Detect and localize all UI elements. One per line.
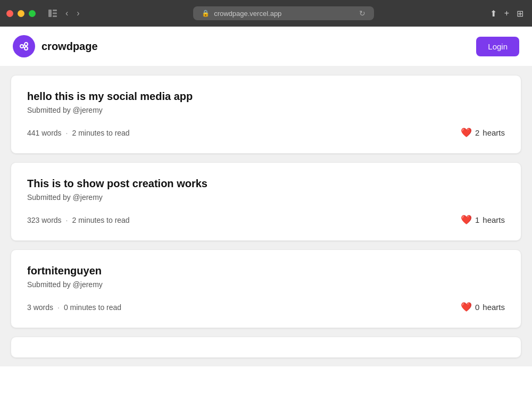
browser-navigation: ‹ › bbox=[42, 6, 86, 20]
post-hearts[interactable]: ❤️ 0 hearts bbox=[461, 302, 505, 313]
post-footer: 441 words · 2 minutes to read ❤️ 2 heart… bbox=[27, 127, 505, 138]
share-icon[interactable]: ⬆ bbox=[490, 9, 497, 19]
post-footer: 323 words · 2 minutes to read ❤️ 1 heart… bbox=[27, 214, 505, 225]
post-title: This is to show post creation works bbox=[27, 178, 505, 190]
address-bar[interactable]: 🔒 crowdpage.vercel.app ↻ bbox=[193, 6, 374, 20]
meta-separator: · bbox=[57, 303, 60, 312]
meta-separator: · bbox=[66, 129, 68, 137]
svg-rect-2 bbox=[53, 13, 57, 14]
minimize-window-button[interactable] bbox=[18, 10, 24, 17]
close-window-button[interactable] bbox=[6, 10, 13, 17]
svg-point-6 bbox=[24, 47, 28, 50]
post-hearts[interactable]: ❤️ 2 hearts bbox=[461, 127, 505, 138]
hearts-label: hearts bbox=[483, 128, 505, 137]
app-container: crowdpage Login hello this is my social … bbox=[0, 27, 532, 410]
word-count: 441 words bbox=[27, 129, 62, 137]
word-count: 323 words bbox=[27, 216, 62, 224]
read-time: 2 minutes to read bbox=[72, 129, 129, 137]
svg-point-5 bbox=[24, 43, 28, 46]
post-meta: 3 words · 0 minutes to read bbox=[27, 303, 121, 312]
post-title: fortnitenguyen bbox=[27, 265, 505, 277]
reload-icon[interactable]: ↻ bbox=[359, 9, 365, 18]
post-card[interactable]: hello this is my social media app Submit… bbox=[11, 75, 521, 154]
browser-actions: ⬆ + ⊞ bbox=[481, 9, 532, 19]
heart-icon: ❤️ bbox=[461, 214, 472, 225]
hearts-count: 2 bbox=[475, 128, 479, 137]
svg-point-4 bbox=[20, 45, 23, 48]
browser-chrome: ‹ › 🔒 crowdpage.vercel.app ↻ ⬆ + ⊞ bbox=[0, 0, 532, 27]
lock-icon: 🔒 bbox=[202, 10, 210, 17]
hearts-count: 1 bbox=[475, 215, 479, 224]
post-meta: 323 words · 2 minutes to read bbox=[27, 216, 130, 224]
read-time: 0 minutes to read bbox=[64, 303, 121, 312]
sidebar-toggle-button[interactable] bbox=[46, 7, 59, 19]
read-time: 2 minutes to read bbox=[72, 216, 129, 224]
window-controls bbox=[0, 10, 42, 17]
back-button[interactable]: ‹ bbox=[63, 6, 70, 20]
header-left: crowdpage bbox=[13, 35, 98, 57]
svg-rect-3 bbox=[53, 15, 57, 17]
url-text: crowdpage.vercel.app bbox=[214, 10, 281, 18]
hearts-label: hearts bbox=[483, 303, 505, 312]
header: crowdpage Login bbox=[0, 27, 532, 66]
new-tab-icon[interactable]: + bbox=[504, 9, 509, 18]
word-count: 3 words bbox=[27, 303, 53, 312]
post-hearts[interactable]: ❤️ 1 hearts bbox=[461, 214, 505, 225]
maximize-window-button[interactable] bbox=[29, 10, 36, 17]
post-author: Submitted by @jeremy bbox=[27, 280, 505, 289]
meta-separator: · bbox=[66, 216, 68, 224]
post-card[interactable]: This is to show post creation works Subm… bbox=[11, 162, 521, 241]
login-button[interactable]: Login bbox=[476, 37, 519, 56]
post-card[interactable]: fortnitenguyen Submitted by @jeremy 3 wo… bbox=[11, 249, 521, 328]
address-bar-container: 🔒 crowdpage.vercel.app ↻ bbox=[86, 6, 481, 20]
hearts-label: hearts bbox=[483, 215, 505, 224]
logo-icon bbox=[13, 35, 35, 57]
post-card[interactable] bbox=[11, 337, 521, 358]
post-author: Submitted by @jeremy bbox=[27, 193, 505, 202]
post-footer: 3 words · 0 minutes to read ❤️ 0 hearts bbox=[27, 302, 505, 313]
posts-container: hello this is my social media app Submit… bbox=[0, 66, 532, 366]
heart-icon: ❤️ bbox=[461, 127, 472, 138]
post-title: hello this is my social media app bbox=[27, 90, 505, 103]
forward-button[interactable]: › bbox=[74, 6, 81, 20]
tabs-overview-icon[interactable]: ⊞ bbox=[517, 9, 523, 19]
app-name: crowdpage bbox=[41, 40, 98, 53]
post-meta: 441 words · 2 minutes to read bbox=[27, 129, 130, 137]
svg-rect-1 bbox=[53, 10, 57, 11]
hearts-count: 0 bbox=[475, 303, 479, 312]
post-author: Submitted by @jeremy bbox=[27, 106, 505, 114]
svg-rect-0 bbox=[48, 10, 52, 17]
heart-icon: ❤️ bbox=[461, 302, 472, 313]
